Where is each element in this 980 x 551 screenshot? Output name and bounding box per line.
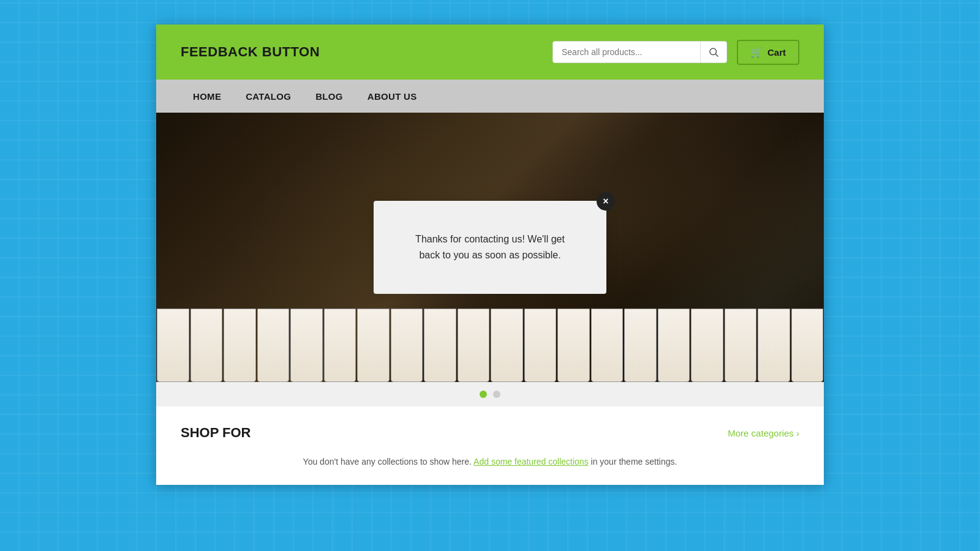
main-content: × Thanks for contacting us! We'll get ba…: [156, 113, 824, 485]
nav-item-about[interactable]: ABOUT US: [355, 81, 429, 111]
site-header: FEEDBACK BUTTON 🛒 Cart: [156, 24, 824, 80]
shop-title: SHOP FOR: [181, 425, 251, 441]
nav-item-catalog[interactable]: CATALOG: [233, 81, 303, 111]
slideshow-dots: [156, 382, 824, 407]
header-right: 🛒 Cart: [552, 40, 799, 65]
shop-header: SHOP FOR More categories ›: [181, 425, 799, 441]
search-icon: [708, 47, 719, 58]
search-button[interactable]: [700, 42, 726, 62]
cart-button[interactable]: 🛒 Cart: [737, 40, 799, 65]
collections-note-before: You don't have any collections to show h…: [303, 457, 472, 467]
cart-label: Cart: [767, 47, 786, 58]
slide-dot-2[interactable]: [493, 391, 500, 398]
nav-item-home[interactable]: HOME: [181, 81, 233, 111]
collections-note: You don't have any collections to show h…: [181, 451, 799, 473]
search-wrapper: [552, 41, 727, 63]
nav-item-blog[interactable]: BLOG: [303, 81, 355, 111]
hero-slideshow: × Thanks for contacting us! We'll get ba…: [156, 113, 824, 382]
shop-section: SHOP FOR More categories › You don't hav…: [156, 407, 824, 485]
more-categories-link[interactable]: More categories ›: [728, 428, 799, 438]
modal-overlay: × Thanks for contacting us! We'll get ba…: [156, 113, 824, 382]
main-nav: HOME CATALOG BLOG ABOUT US: [156, 80, 824, 113]
add-featured-collections-link[interactable]: Add some featured collections: [473, 457, 589, 467]
modal-message: Thanks for contacting us! We'll get back…: [410, 231, 570, 263]
collections-note-after: in your theme settings.: [591, 457, 677, 467]
modal-close-button[interactable]: ×: [597, 192, 615, 211]
cart-icon: 🛒: [750, 47, 763, 58]
modal-box: × Thanks for contacting us! We'll get ba…: [374, 201, 606, 293]
search-input[interactable]: [553, 42, 700, 62]
svg-point-0: [710, 48, 717, 55]
slide-dot-1[interactable]: [480, 391, 487, 398]
svg-line-1: [715, 54, 718, 56]
site-title: FEEDBACK BUTTON: [181, 44, 320, 60]
